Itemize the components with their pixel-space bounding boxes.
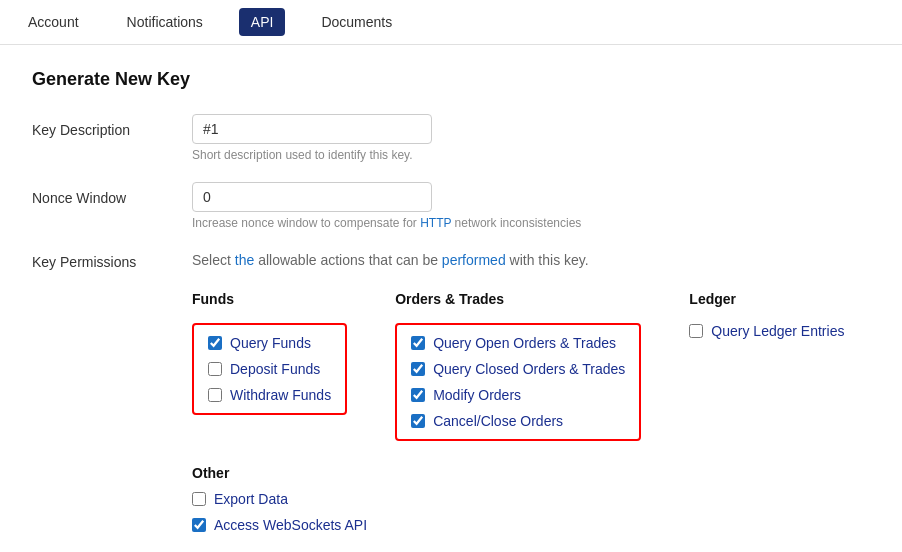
funds-withdraw-checkbox[interactable] bbox=[208, 388, 222, 402]
key-description-hint: Short description used to identify this … bbox=[192, 148, 692, 162]
funds-withdraw-item: Withdraw Funds bbox=[208, 387, 331, 403]
key-description-label: Key Description bbox=[32, 114, 192, 138]
export-data-checkbox[interactable] bbox=[192, 492, 206, 506]
query-closed-orders-item: Query Closed Orders & Trades bbox=[411, 361, 625, 377]
key-permissions-hint: Select the allowable actions that can be… bbox=[192, 250, 589, 271]
permissions-hint-blue1: the bbox=[235, 252, 254, 268]
funds-withdraw-label[interactable]: Withdraw Funds bbox=[230, 387, 331, 403]
query-open-orders-checkbox[interactable] bbox=[411, 336, 425, 350]
top-nav: Account Notifications API Documents bbox=[0, 0, 902, 45]
other-section: Other Export Data Access WebSockets API bbox=[192, 465, 870, 533]
ledger-query-label[interactable]: Query Ledger Entries bbox=[711, 323, 844, 339]
orders-trades-bordered: Query Open Orders & Trades Query Closed … bbox=[395, 323, 641, 441]
ledger-group: Ledger Query Ledger Entries bbox=[689, 291, 844, 441]
other-group: Export Data Access WebSockets API bbox=[192, 491, 870, 533]
websockets-label[interactable]: Access WebSockets API bbox=[214, 517, 367, 533]
export-data-label[interactable]: Export Data bbox=[214, 491, 288, 507]
funds-query-checkbox[interactable] bbox=[208, 336, 222, 350]
funds-deposit-checkbox[interactable] bbox=[208, 362, 222, 376]
nonce-hint-link[interactable]: HTTP bbox=[420, 216, 451, 230]
nonce-window-input[interactable] bbox=[192, 182, 432, 212]
key-description-field: Short description used to identify this … bbox=[192, 114, 692, 162]
funds-bordered: Query Funds Deposit Funds Withdraw Funds bbox=[192, 323, 347, 415]
nonce-hint: Increase nonce window to compensate for … bbox=[192, 216, 692, 230]
query-closed-orders-checkbox[interactable] bbox=[411, 362, 425, 376]
query-closed-orders-label[interactable]: Query Closed Orders & Trades bbox=[433, 361, 625, 377]
cancel-orders-label[interactable]: Cancel/Close Orders bbox=[433, 413, 563, 429]
cancel-orders-item: Cancel/Close Orders bbox=[411, 413, 625, 429]
funds-query-label[interactable]: Query Funds bbox=[230, 335, 311, 351]
permissions-hint-blue2: performed bbox=[442, 252, 506, 268]
key-permissions-label: Key Permissions bbox=[32, 250, 192, 270]
funds-query-item: Query Funds bbox=[208, 335, 331, 351]
query-open-orders-item: Query Open Orders & Trades bbox=[411, 335, 625, 351]
cancel-orders-checkbox[interactable] bbox=[411, 414, 425, 428]
funds-group: Funds Query Funds Deposit Funds Withdraw… bbox=[192, 291, 347, 441]
page-title: Generate New Key bbox=[32, 69, 870, 90]
checkboxes-area: Funds Query Funds Deposit Funds Withdraw… bbox=[192, 291, 870, 441]
funds-deposit-label[interactable]: Deposit Funds bbox=[230, 361, 320, 377]
key-permissions-row: Key Permissions Select the allowable act… bbox=[32, 250, 870, 271]
modify-orders-item: Modify Orders bbox=[411, 387, 625, 403]
ledger-query-checkbox[interactable] bbox=[689, 324, 703, 338]
funds-title: Funds bbox=[192, 291, 347, 307]
nonce-window-row: Nonce Window Increase nonce window to co… bbox=[32, 182, 870, 230]
nonce-window-label: Nonce Window bbox=[32, 182, 192, 206]
modify-orders-checkbox[interactable] bbox=[411, 388, 425, 402]
main-content: Generate New Key Key Description Short d… bbox=[0, 45, 902, 552]
nav-account[interactable]: Account bbox=[16, 8, 91, 36]
websockets-item: Access WebSockets API bbox=[192, 517, 870, 533]
nav-documents[interactable]: Documents bbox=[309, 8, 404, 36]
query-open-orders-label[interactable]: Query Open Orders & Trades bbox=[433, 335, 616, 351]
websockets-checkbox[interactable] bbox=[192, 518, 206, 532]
key-description-row: Key Description Short description used t… bbox=[32, 114, 870, 162]
ledger-query-item: Query Ledger Entries bbox=[689, 323, 844, 339]
other-title: Other bbox=[192, 465, 870, 481]
key-description-input[interactable] bbox=[192, 114, 432, 144]
nav-api[interactable]: API bbox=[239, 8, 286, 36]
modify-orders-label[interactable]: Modify Orders bbox=[433, 387, 521, 403]
ledger-title: Ledger bbox=[689, 291, 844, 307]
export-data-item: Export Data bbox=[192, 491, 870, 507]
nonce-window-field: Increase nonce window to compensate for … bbox=[192, 182, 692, 230]
nav-notifications[interactable]: Notifications bbox=[115, 8, 215, 36]
funds-deposit-item: Deposit Funds bbox=[208, 361, 331, 377]
orders-trades-title: Orders & Trades bbox=[395, 291, 641, 307]
orders-trades-group: Orders & Trades Query Open Orders & Trad… bbox=[395, 291, 641, 441]
